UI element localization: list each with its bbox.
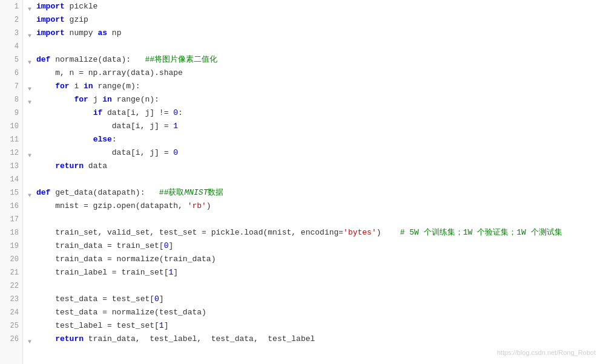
code-text-13: return data: [36, 160, 107, 173]
code-text-19: train_data = train_set[0]: [36, 239, 173, 253]
ln-6: 6: [4, 67, 19, 80]
fold-icon-26[interactable]: ▼: [28, 336, 35, 343]
code-content: ▼ import pickle import gzip ▼ import num…: [23, 0, 603, 364]
code-text-9: if data[i, j] != 0:: [36, 106, 183, 120]
code-line-20: train_data = normalize(train_data): [28, 253, 603, 266]
ln-7: 7: [4, 80, 19, 93]
code-line-23: test_data = test_set[0]: [28, 293, 603, 306]
code-text-23: test_data = test_set[0]: [36, 293, 164, 306]
code-text-8: for j in range(n):: [36, 93, 159, 106]
watermark: https://blog.csdn.net/Rong_Robot: [497, 346, 596, 359]
code-text-26: return train_data, test_label, test_data…: [36, 333, 315, 346]
code-line-5: ▼ def normalize(data): ##将图片像素二值化: [28, 53, 603, 67]
code-line-10: data[i, j] = 1: [28, 120, 603, 133]
ln-19: 19: [4, 239, 19, 253]
code-line-15: ▼ def get_data(datapath): ##获取MNIST数据: [28, 186, 603, 200]
fold-icon-7[interactable]: ▼: [28, 83, 35, 90]
code-line-14: [28, 173, 603, 186]
code-line-26: ▼ return train_data, test_label, test_da…: [28, 333, 603, 346]
code-text-6: m, n = np.array(data).shape: [36, 67, 183, 80]
ln-21: 21: [4, 266, 19, 279]
ln-14: 14: [4, 173, 19, 186]
code-text-10: data[i, j] = 1: [36, 120, 178, 133]
code-line-21: train_label = train_set[1]: [28, 266, 603, 279]
code-line-12: ▼ data[i, j] = 0: [28, 146, 603, 160]
code-line-25: test_label = test_set[1]: [28, 319, 603, 333]
code-line-6: m, n = np.array(data).shape: [28, 67, 603, 80]
code-text-7: for i in range(m):: [36, 80, 140, 93]
ln-25: 25: [4, 319, 19, 333]
code-line-19: train_data = train_set[0]: [28, 239, 603, 253]
code-text-20: train_data = normalize(train_data): [36, 253, 216, 266]
ln-4: 4: [4, 40, 19, 53]
ln-2: 2: [4, 13, 19, 27]
ln-1: 1: [4, 0, 19, 13]
ln-16: 16: [4, 200, 19, 213]
ln-9: 9: [4, 106, 19, 120]
code-text-15: def get_data(datapath): ##获取MNIST数据: [36, 186, 223, 200]
ln-12: 12: [4, 146, 19, 160]
code-line-17: [28, 213, 603, 226]
fold-icon-3[interactable]: ▼: [28, 30, 35, 37]
code-text-4: [36, 40, 41, 53]
code-text-5: def normalize(data): ##将图片像素二值化: [36, 53, 217, 67]
ln-23: 23: [4, 293, 19, 306]
code-text-24: test_data = normalize(test_data): [36, 306, 206, 319]
fold-icon-8[interactable]: ▼: [28, 96, 35, 103]
fold-icon-15[interactable]: ▼: [28, 189, 35, 197]
code-text-11: else:: [36, 133, 117, 146]
code-line-24: test_data = normalize(test_data): [28, 306, 603, 319]
ln-26: 26: [4, 333, 19, 346]
ln-15: 15: [4, 186, 19, 200]
code-text-22: [36, 279, 41, 293]
code-text-17: [36, 213, 41, 226]
code-line-7: ▼ for i in range(m):: [28, 80, 603, 93]
code-line-13: return data: [28, 160, 603, 173]
code-text-21: train_label = train_set[1]: [36, 266, 178, 279]
code-line-8: ▼ for j in range(n):: [28, 93, 603, 106]
code-line-2: import gzip: [28, 13, 603, 27]
code-line-3: ▼ import numpy as np: [28, 27, 603, 40]
code-line-18: train_set, valid_set, test_set = pickle.…: [28, 226, 603, 239]
code-line-1: ▼ import pickle: [28, 0, 603, 13]
code-line-4: [28, 40, 603, 53]
code-text-1: import pickle: [36, 0, 97, 13]
ln-18: 18: [4, 226, 19, 239]
fold-icon-12[interactable]: ▼: [28, 149, 35, 157]
ln-3: 3: [4, 27, 19, 40]
code-text-14: [36, 173, 41, 186]
code-text-3: import numpy as np: [36, 27, 121, 40]
code-text-12: data[i, j] = 0: [36, 146, 178, 160]
ln-17: 17: [4, 213, 19, 226]
code-text-16: mnist = gzip.open(datapath, 'rb'): [36, 200, 211, 213]
ln-10: 10: [4, 120, 19, 133]
code-editor: 1 2 3 4 5 6 7 8 9 10 11 12 13 14 15 16 1…: [0, 0, 603, 364]
code-text-2: import gzip: [36, 13, 88, 27]
code-line-22: [28, 279, 603, 293]
ln-11: 11: [4, 133, 19, 146]
ln-20: 20: [4, 253, 19, 266]
code-line-16: mnist = gzip.open(datapath, 'rb'): [28, 200, 603, 213]
code-line-9: if data[i, j] != 0:: [28, 106, 603, 120]
fold-icon-5[interactable]: ▼: [28, 56, 35, 63]
code-line-11: else:: [28, 133, 603, 146]
ln-8: 8: [4, 93, 19, 106]
fold-icon-1[interactable]: ▼: [28, 3, 35, 10]
code-text-25: test_label = test_set[1]: [36, 319, 168, 333]
ln-24: 24: [4, 306, 19, 319]
code-text-18: train_set, valid_set, test_set = pickle.…: [36, 226, 562, 239]
line-numbers: 1 2 3 4 5 6 7 8 9 10 11 12 13 14 15 16 1…: [0, 0, 23, 364]
ln-13: 13: [4, 160, 19, 173]
ln-5: 5: [4, 53, 19, 67]
ln-22: 22: [4, 279, 19, 293]
